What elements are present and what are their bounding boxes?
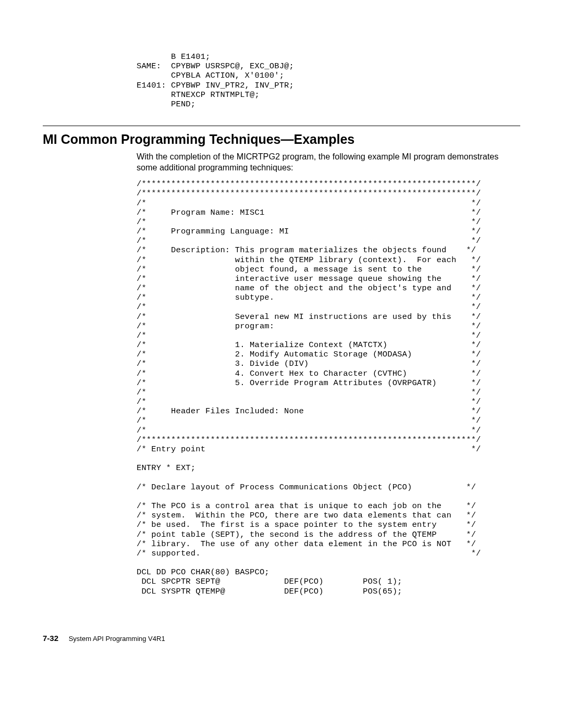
section-divider bbox=[43, 126, 520, 126]
section-heading: MI Common Programming Techniques—Example… bbox=[43, 131, 520, 147]
intro-paragraph: With the completion of the MICRTPG2 prog… bbox=[137, 151, 520, 173]
page: B E1401; SAME: CPYBWP USRSPC@, EXC_OBJ@;… bbox=[0, 0, 563, 674]
page-number: 7-32 bbox=[43, 634, 58, 643]
code-block-main: /***************************************… bbox=[137, 179, 520, 596]
doc-title: System API Programming V4R1 bbox=[69, 635, 165, 643]
page-footer: 7-32 System API Programming V4R1 bbox=[43, 634, 520, 643]
code-block-top: B E1401; SAME: CPYBWP USRSPC@, EXC_OBJ@;… bbox=[137, 52, 520, 109]
